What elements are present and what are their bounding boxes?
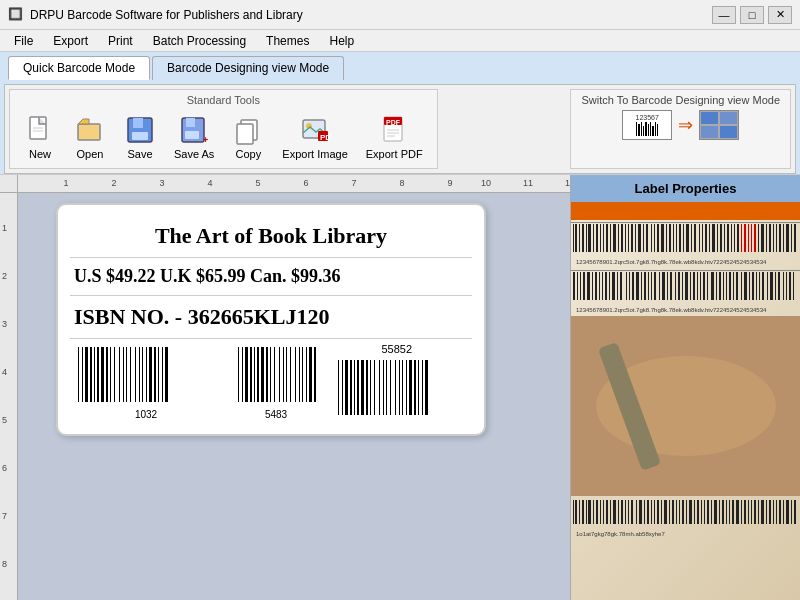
menu-print[interactable]: Print bbox=[98, 32, 143, 50]
new-button[interactable]: New bbox=[18, 110, 62, 164]
svg-rect-53 bbox=[266, 347, 268, 402]
svg-rect-235 bbox=[618, 500, 619, 524]
menu-help[interactable]: Help bbox=[319, 32, 364, 50]
svg-rect-146 bbox=[761, 224, 764, 252]
svg-rect-265 bbox=[726, 500, 727, 524]
save-button[interactable]: Save bbox=[118, 110, 162, 164]
barcode-group-1: 1032 bbox=[76, 347, 216, 420]
label-properties-header: Label Properties bbox=[571, 175, 800, 202]
close-button[interactable]: ✕ bbox=[768, 6, 792, 24]
switch-arrow-icon: ⇒ bbox=[678, 114, 693, 136]
minimize-button[interactable]: — bbox=[712, 6, 736, 24]
export-image-icon: PDF bbox=[299, 114, 331, 146]
ruler-vertical: 1 2 3 4 5 6 7 8 bbox=[0, 193, 18, 600]
svg-rect-76 bbox=[366, 360, 368, 415]
svg-rect-44 bbox=[162, 347, 163, 402]
svg-rect-82 bbox=[390, 360, 391, 415]
svg-rect-270 bbox=[744, 500, 746, 524]
svg-rect-160 bbox=[580, 272, 581, 300]
save-as-button[interactable]: + Save As bbox=[168, 110, 220, 164]
tab-barcode-designing[interactable]: Barcode Designing view Mode bbox=[152, 56, 344, 80]
svg-rect-38 bbox=[139, 347, 140, 402]
svg-rect-159 bbox=[577, 272, 578, 300]
title-bar: 🔲 DRPU Barcode Software for Publishers a… bbox=[0, 0, 800, 30]
switch-label: Switch To Barcode Designing view Mode bbox=[581, 94, 780, 106]
export-pdf-button[interactable]: PDF Export PDF bbox=[360, 110, 429, 164]
svg-rect-27 bbox=[94, 347, 95, 402]
menu-export[interactable]: Export bbox=[43, 32, 98, 50]
menu-batch-processing[interactable]: Batch Processing bbox=[143, 32, 256, 50]
barcode-num-1: 1032 bbox=[135, 409, 157, 420]
svg-rect-162 bbox=[587, 272, 590, 300]
svg-rect-245 bbox=[654, 500, 655, 524]
svg-rect-249 bbox=[669, 500, 670, 524]
svg-rect-122 bbox=[676, 224, 677, 252]
svg-rect-55 bbox=[274, 347, 275, 402]
tab-quick-barcode[interactable]: Quick Barcode Mode bbox=[8, 56, 150, 80]
svg-rect-69 bbox=[338, 360, 339, 415]
svg-rect-274 bbox=[758, 500, 759, 524]
svg-rect-202 bbox=[736, 272, 738, 300]
svg-rect-180 bbox=[654, 272, 656, 300]
barcode-number-top: 55852 bbox=[381, 343, 412, 355]
svg-rect-114 bbox=[646, 224, 648, 252]
svg-rect-215 bbox=[786, 272, 787, 300]
svg-rect-115 bbox=[651, 224, 652, 252]
svg-rect-183 bbox=[667, 272, 668, 300]
svg-rect-87 bbox=[409, 360, 412, 415]
label-barcode-area: 55852 1032 bbox=[70, 339, 472, 424]
svg-text:PDF: PDF bbox=[320, 133, 330, 142]
svg-rect-121 bbox=[673, 224, 674, 252]
svg-rect-147 bbox=[766, 224, 767, 252]
lp-orange-strip bbox=[571, 202, 800, 220]
svg-rect-126 bbox=[691, 224, 692, 252]
maximize-button[interactable]: □ bbox=[740, 6, 764, 24]
svg-rect-103 bbox=[606, 224, 608, 252]
svg-rect-195 bbox=[711, 272, 714, 300]
svg-rect-256 bbox=[694, 500, 695, 524]
svg-rect-102 bbox=[603, 224, 604, 252]
svg-rect-260 bbox=[707, 500, 709, 524]
svg-text:12345678901.2qrc5ot.7gk8.7hg8k: 12345678901.2qrc5ot.7gk8.7hg8k.78ek.wb8k… bbox=[576, 259, 767, 265]
svg-rect-49 bbox=[250, 347, 252, 402]
svg-rect-60 bbox=[295, 347, 296, 402]
toolbar-container: Standard Tools New bbox=[0, 80, 800, 174]
svg-rect-283 bbox=[791, 500, 792, 524]
menu-themes[interactable]: Themes bbox=[256, 32, 319, 50]
svg-rect-161 bbox=[583, 272, 585, 300]
export-image-button[interactable]: PDF Export Image bbox=[276, 110, 353, 164]
svg-rect-269 bbox=[741, 500, 742, 524]
svg-rect-127 bbox=[694, 224, 696, 252]
svg-rect-242 bbox=[644, 500, 645, 524]
svg-rect-271 bbox=[748, 500, 749, 524]
drawing-canvas[interactable]: The Art of Book Library U.S $49.22 U.K $… bbox=[18, 193, 570, 600]
svg-rect-84 bbox=[399, 360, 400, 415]
open-button[interactable]: Open bbox=[68, 110, 112, 164]
svg-rect-132 bbox=[712, 224, 715, 252]
svg-rect-233 bbox=[610, 500, 611, 524]
svg-rect-91 bbox=[425, 360, 428, 415]
svg-rect-214 bbox=[783, 272, 784, 300]
svg-rect-130 bbox=[705, 224, 707, 252]
svg-rect-226 bbox=[586, 500, 587, 524]
svg-rect-36 bbox=[130, 347, 131, 402]
svg-rect-62 bbox=[302, 347, 303, 402]
lp-image-container: 12345678901.2qrc5ot.7gk8.7hg8k.78ek.wb8k… bbox=[571, 202, 800, 600]
copy-button[interactable]: Copy bbox=[226, 110, 270, 164]
svg-rect-112 bbox=[638, 224, 641, 252]
toolbar: Standard Tools New bbox=[4, 84, 796, 174]
svg-rect-227 bbox=[588, 500, 591, 524]
svg-rect-116 bbox=[654, 224, 655, 252]
svg-rect-149 bbox=[773, 224, 774, 252]
svg-rect-145 bbox=[758, 224, 759, 252]
svg-rect-93 bbox=[573, 224, 574, 252]
menu-file[interactable]: File bbox=[4, 32, 43, 50]
svg-rect-131 bbox=[709, 224, 710, 252]
svg-rect-26 bbox=[90, 347, 92, 402]
svg-rect-99 bbox=[593, 224, 594, 252]
barcode-group-2: 5483 bbox=[236, 347, 316, 420]
svg-rect-169 bbox=[612, 272, 615, 300]
svg-rect-148 bbox=[769, 224, 771, 252]
svg-rect-246 bbox=[657, 500, 659, 524]
svg-rect-80 bbox=[383, 360, 384, 415]
